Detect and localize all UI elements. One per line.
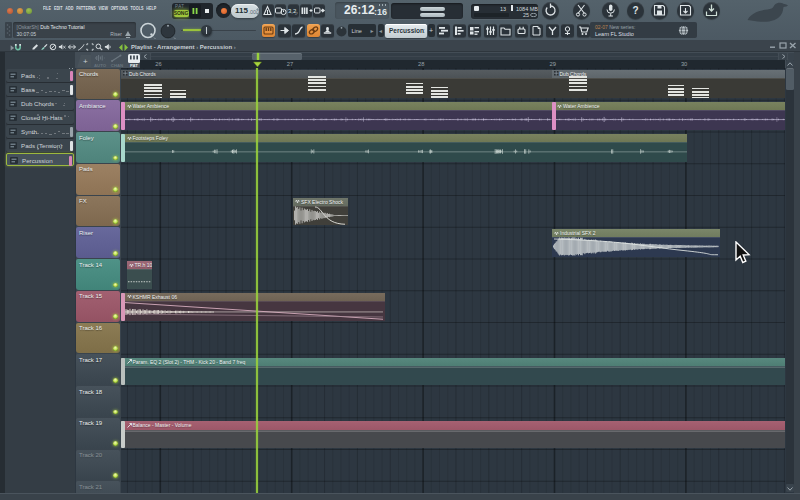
piano-roll-button[interactable]	[453, 24, 466, 37]
track-led[interactable]	[113, 219, 118, 224]
track-header-track-20[interactable]: Track 20	[76, 450, 120, 481]
pattern-item-pads[interactable]: Pads	[6, 69, 74, 82]
clip-dub-chords-2[interactable]: Dub Chords	[552, 70, 786, 99]
track-led[interactable]	[113, 441, 118, 446]
track-header-track-18[interactable]: Track 18	[76, 386, 120, 417]
pattern-item-percussion[interactable]: Percussion	[6, 153, 74, 166]
horizontal-scrollbar[interactable]	[151, 53, 778, 60]
track-header-track-19[interactable]: Track 19	[76, 418, 120, 449]
song-mode-toggle[interactable]: SONG	[174, 10, 189, 17]
link-button[interactable]	[307, 24, 320, 37]
stop-button[interactable]	[201, 4, 213, 18]
wait-input-button[interactable]	[275, 4, 287, 18]
pattern-prev-button[interactable]: ◂	[378, 24, 385, 37]
clip-water-ambience-1[interactable]: Water Ambience	[121, 102, 552, 130]
clip-param-eq-automation[interactable]: Param. EQ 2 (Slot 2) - THM - Kick 20 - B…	[121, 358, 785, 385]
tap-tempo-button[interactable]	[561, 24, 574, 37]
toolbar-grip[interactable]	[5, 22, 12, 38]
track-led[interactable]	[113, 92, 118, 97]
project-info-button[interactable]	[530, 24, 543, 37]
track-header-pads[interactable]: Pads	[76, 164, 120, 195]
track-led[interactable]	[113, 346, 118, 351]
track-led[interactable]	[113, 251, 118, 256]
pattern-mode-label[interactable]: PAT	[175, 4, 185, 9]
play-pause-button[interactable]	[189, 4, 201, 18]
playlist-maximize-icon[interactable]	[779, 42, 787, 49]
track-led[interactable]	[113, 156, 118, 161]
help-button[interactable]: ?	[627, 2, 644, 19]
record-button[interactable]	[216, 3, 231, 18]
track-led[interactable]	[113, 187, 118, 192]
menu-help[interactable]: HELP	[146, 6, 156, 11]
menu-edit[interactable]: EDIT	[54, 6, 63, 11]
menu-tools[interactable]: TOOLS	[131, 6, 144, 11]
mini-knob[interactable]	[335, 25, 348, 38]
pattern-item-synth[interactable]: Synth	[6, 125, 74, 138]
vscroll-thumb[interactable]	[786, 68, 794, 90]
track-led[interactable]	[113, 314, 118, 319]
clip-water-ambience-2[interactable]: Water Ambience	[552, 102, 786, 130]
tab-auto[interactable]: AUTO	[92, 52, 108, 68]
vertical-scrollbar[interactable]	[786, 60, 795, 492]
plugin-picker-button[interactable]	[515, 24, 528, 37]
window-close-button[interactable]	[7, 8, 13, 14]
microphone-button[interactable]	[602, 2, 619, 19]
pattern-item-pads-tension-[interactable]: Pads (Tension)	[6, 139, 74, 152]
track-led[interactable]	[113, 410, 118, 415]
track-header-ambiance[interactable]: Ambiance	[76, 100, 120, 131]
menu-add[interactable]: ADD	[65, 6, 73, 11]
mixer-button[interactable]	[484, 24, 497, 37]
master-volume-slider[interactable]	[181, 30, 256, 32]
time-display[interactable]: 26:12 :16	[335, 2, 389, 19]
track-led[interactable]	[113, 473, 118, 478]
volume-slider-thumb[interactable]	[201, 25, 212, 36]
clip-footsteps-foley[interactable]: Footsteps Foley	[121, 134, 687, 162]
window-minimize-button[interactable]	[17, 8, 23, 14]
step-edit-button[interactable]	[278, 24, 291, 37]
channel-rack-button[interactable]	[468, 24, 481, 37]
clip-sfx-electro-shock[interactable]: SFX Electro Shock	[293, 198, 348, 226]
menu-options[interactable]: OPTIONS	[111, 6, 128, 11]
snap-selector[interactable]: Line ▸	[348, 24, 376, 37]
pattern-item-closed-hi-hats[interactable]: Closed Hi-Hats	[6, 111, 74, 124]
track-led[interactable]	[113, 283, 118, 288]
sync-button[interactable]	[542, 2, 559, 19]
pattern-item-dub-chords[interactable]: Dub Chords	[6, 97, 74, 110]
slide-button[interactable]	[292, 24, 305, 37]
tab-chan[interactable]: CHAN	[109, 52, 125, 68]
pattern-selector[interactable]: Percussion :	[385, 24, 427, 38]
countdown-button[interactable]: 3,2,1	[288, 4, 300, 18]
clip-tr-h-10[interactable]: TR.h 10	[127, 261, 152, 289]
vscroll-down-button[interactable]	[786, 484, 795, 492]
pattern-item-bass[interactable]: Bass	[6, 83, 74, 96]
menu-file[interactable]: FILE	[43, 6, 51, 11]
metronome-button[interactable]	[262, 4, 274, 18]
menu-patterns[interactable]: PATTERNS	[76, 6, 96, 11]
cut-button[interactable]	[573, 2, 590, 19]
track-header-fx[interactable]: FX	[76, 196, 120, 227]
master-pitch-knob[interactable]	[160, 23, 176, 39]
clip-balance-automation[interactable]: Balance - Master - Volume	[121, 421, 785, 448]
shop-cart-button[interactable]	[577, 24, 590, 37]
timeline-ruler[interactable]: 2627282930	[140, 60, 785, 68]
playlist-button[interactable]	[437, 24, 450, 37]
track-header-track-15[interactable]: Track 15	[76, 291, 120, 322]
playlist-close-icon[interactable]	[789, 42, 797, 49]
track-led[interactable]	[113, 124, 118, 129]
scroll-right-button[interactable]	[779, 53, 787, 60]
window-maximize-button[interactable]	[26, 8, 32, 14]
vscroll-up-button[interactable]	[786, 60, 795, 68]
save-button[interactable]	[651, 2, 668, 19]
loop-record-button[interactable]	[313, 4, 325, 18]
track-header-track-16[interactable]: Track 16	[76, 323, 120, 354]
hscroll-thumb[interactable]	[252, 53, 302, 60]
render-button[interactable]	[703, 2, 720, 19]
playlist-minimize-icon[interactable]	[769, 42, 777, 49]
foot-pedal-button[interactable]	[321, 24, 334, 37]
shuffle-knob[interactable]	[139, 22, 157, 39]
pattern-add-button[interactable]: +	[428, 24, 435, 37]
news-panel[interactable]: 02-07 New series: Learn FL Studio	[590, 22, 697, 38]
tempo-display[interactable]: 115 .000	[231, 4, 259, 18]
typing-piano-button[interactable]	[262, 24, 275, 37]
tempo-stepper[interactable]	[256, 7, 258, 15]
